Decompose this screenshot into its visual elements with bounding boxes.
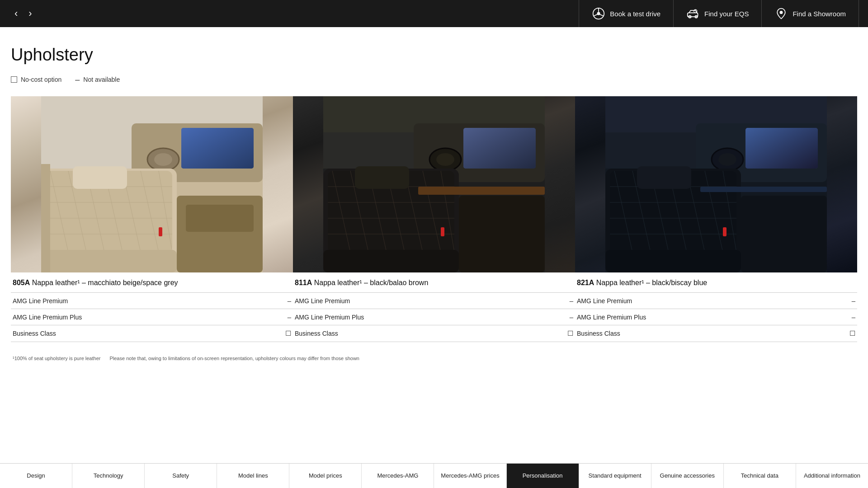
svg-line-3: [594, 14, 598, 16]
card-code-821A: 821A: [577, 279, 594, 286]
table-row: Business Class ☐: [293, 325, 575, 342]
card-body-805A: 805A Nappa leather¹ – macchiato beige/sp…: [11, 272, 293, 342]
cards-grid: 805A Nappa leather¹ – macchiato beige/sp…: [11, 96, 857, 342]
status-dash-icon: –: [288, 297, 291, 305]
status-box-icon: ☐: [285, 329, 291, 338]
footnotes: ¹100% of seat upholstery is pure leather…: [11, 356, 857, 361]
svg-point-44: [436, 153, 454, 166]
svg-rect-60: [323, 250, 459, 272]
status-dash-icon: –: [288, 313, 291, 321]
nav-next-button[interactable]: ›: [23, 4, 37, 23]
table-row: AMG Line Premium Plus –: [11, 309, 293, 325]
interior-illustration-black: [293, 96, 575, 272]
not-available-label: Not available: [83, 76, 120, 83]
upholstery-card-805A: 805A Nappa leather¹ – macchiato beige/sp…: [11, 96, 293, 342]
svg-rect-58: [418, 187, 545, 195]
status-box-icon: ☐: [849, 329, 855, 338]
bottom-nav-design[interactable]: Design: [0, 464, 72, 488]
nav-actions: Book a test drive Find your EQS: [579, 0, 859, 27]
bottom-nav-additional-info[interactable]: Additional information: [796, 464, 868, 488]
upholstery-card-811A: 811A Nappa leather¹ – black/balao brown …: [293, 96, 575, 342]
bottom-nav-mercedes-amg-prices[interactable]: Mercedes-AMG prices: [434, 464, 506, 488]
footnote-2: Please note that, owing to limitations o…: [109, 356, 359, 361]
card-image-beige[interactable]: [11, 96, 293, 272]
row-label: Business Class: [13, 330, 285, 337]
find-showroom-button[interactable]: Find a Showroom: [761, 0, 859, 27]
no-cost-icon: [11, 76, 17, 83]
row-label: AMG Line Premium Plus: [295, 314, 570, 321]
card-desc-811A: Nappa leather¹ – black/balao brown: [314, 279, 429, 286]
bottom-nav-standard-equipment[interactable]: Standard equipment: [579, 464, 651, 488]
card-code-811A: 811A: [295, 279, 312, 286]
card-image-blue[interactable]: [575, 96, 857, 272]
bottom-nav-model-lines[interactable]: Model lines: [217, 464, 289, 488]
card-desc-805A: Nappa leather¹ – macchiato beige/space g…: [32, 279, 178, 286]
upholstery-card-821A: 821A Nappa leather¹ – black/biscay blue …: [575, 96, 857, 342]
card-code-805A: 805A: [13, 279, 30, 286]
location-icon: [774, 7, 788, 20]
interior-illustration-beige: [11, 96, 293, 272]
svg-point-17: [154, 153, 172, 166]
test-drive-button[interactable]: Book a test drive: [579, 0, 673, 27]
svg-rect-84: [637, 166, 691, 189]
svg-rect-15: [181, 128, 254, 169]
svg-rect-34: [186, 205, 254, 232]
interior-illustration-blue: [575, 96, 857, 272]
main-content: Upholstery No-cost option – Not availabl…: [0, 27, 868, 370]
legend-no-cost: No-cost option: [11, 76, 61, 83]
dash-icon: –: [75, 75, 80, 84]
bottom-nav-personalisation[interactable]: Personalisation: [507, 464, 579, 488]
svg-point-70: [718, 153, 736, 166]
no-cost-label: No-cost option: [21, 76, 61, 83]
card-body-821A: 821A Nappa leather¹ – black/biscay blue …: [575, 272, 857, 342]
bottom-nav-safety[interactable]: Safety: [145, 464, 217, 488]
table-row: AMG Line Premium Plus –: [575, 309, 857, 325]
svg-rect-68: [745, 128, 818, 169]
status-dash-icon: –: [852, 313, 855, 321]
card-title-811A: 811A Nappa leather¹ – black/balao brown: [293, 279, 575, 287]
page-title: Upholstery: [11, 45, 857, 65]
card-rows-805A: AMG Line Premium – AMG Line Premium Plus…: [11, 292, 293, 342]
svg-point-10: [780, 11, 783, 14]
bottom-nav-genuine-accessories[interactable]: Genuine accessories: [651, 464, 724, 488]
bottom-nav-technical-data[interactable]: Technical data: [724, 464, 796, 488]
svg-line-4: [600, 14, 604, 16]
nav-prev-button[interactable]: ‹: [9, 4, 23, 23]
card-title-821A: 821A Nappa leather¹ – black/biscay blue: [575, 279, 857, 287]
find-eqs-label: Find your EQS: [704, 10, 749, 18]
svg-line-9: [697, 12, 698, 14]
svg-rect-36: [159, 227, 162, 236]
svg-rect-31: [73, 166, 127, 189]
row-label: Business Class: [295, 330, 567, 337]
test-drive-label: Book a test drive: [610, 10, 660, 18]
svg-rect-61: [459, 196, 545, 272]
card-rows-811A: AMG Line Premium – AMG Line Premium Plus…: [293, 292, 575, 342]
footnote-1: ¹100% of seat upholstery is pure leather: [13, 356, 100, 361]
table-row: AMG Line Premium –: [293, 293, 575, 309]
bottom-nav-model-prices[interactable]: Model prices: [289, 464, 362, 488]
svg-rect-85: [605, 250, 741, 272]
status-box-icon: ☐: [567, 329, 573, 338]
svg-rect-42: [463, 128, 536, 169]
table-row: Business Class ☐: [575, 325, 857, 342]
card-image-black[interactable]: [293, 96, 575, 272]
bottom-nav-mercedes-amg[interactable]: Mercedes-AMG: [362, 464, 434, 488]
bottom-nav-technology[interactable]: Technology: [72, 464, 145, 488]
table-row: AMG Line Premium –: [575, 293, 857, 309]
find-eqs-button[interactable]: Find your EQS: [673, 0, 761, 27]
card-rows-821A: AMG Line Premium – AMG Line Premium Plus…: [575, 292, 857, 342]
row-label: AMG Line Premium: [295, 297, 570, 305]
status-dash-icon: –: [570, 313, 573, 321]
top-navigation: ‹ › Book a test drive: [0, 0, 868, 27]
row-label: Business Class: [577, 330, 849, 337]
row-label: AMG Line Premium Plus: [577, 314, 852, 321]
legend: No-cost option – Not available: [11, 75, 857, 84]
svg-rect-59: [355, 166, 409, 189]
table-row: AMG Line Premium –: [11, 293, 293, 309]
bottom-navigation: Design Technology Safety Model lines Mod…: [0, 463, 868, 488]
row-label: AMG Line Premium: [13, 297, 288, 305]
svg-rect-35: [41, 164, 50, 272]
svg-rect-32: [41, 250, 177, 272]
legend-not-available: – Not available: [75, 75, 120, 84]
status-dash-icon: –: [852, 297, 855, 305]
